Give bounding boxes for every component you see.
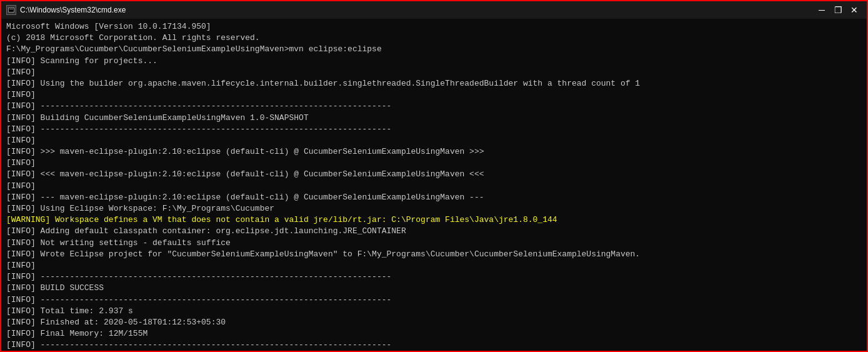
console-line: [INFO] Using Eclipse Workspace: F:\My_Pr…: [6, 203, 862, 214]
console-line: [INFO]: [6, 89, 862, 101]
console-line: [INFO] Adding default classpath containe…: [6, 226, 862, 237]
console-line: [INFO] ---------------------------------…: [6, 294, 862, 306]
console-line: [INFO] ---------------------------------…: [6, 124, 862, 135]
console-line: [INFO] <<< maven-eclipse-plugin:2.10:ecl…: [6, 169, 862, 180]
console-line: [INFO] --- maven-eclipse-plugin:2.10:ecl…: [6, 192, 862, 203]
console-line: [INFO] Building CucumberSeleniumExampleU…: [6, 113, 862, 124]
console-line: [INFO] ---------------------------------…: [6, 271, 862, 283]
console-line: [INFO] Scanning for projects...: [6, 56, 862, 67]
console-line: [INFO] Using the builder org.apache.mave…: [6, 78, 862, 89]
console-line: [INFO] Finished at: 2020-05-18T01:12:53+…: [6, 317, 862, 328]
console-line: [INFO]: [6, 181, 862, 192]
window-icon: [6, 5, 16, 15]
console-line: [INFO] ---------------------------------…: [6, 339, 862, 351]
restore-button[interactable]: ❐: [831, 4, 846, 16]
console-line: [INFO] BUILD SUCCESS: [6, 283, 862, 294]
console-line: [INFO] Total time: 2.937 s: [6, 306, 862, 317]
console-line: (c) 2018 Microsoft Corporation. All righ…: [6, 33, 862, 44]
minimize-button[interactable]: ─: [814, 4, 829, 16]
console-line: [INFO] >>> maven-eclipse-plugin:2.10:ecl…: [6, 146, 862, 158]
console-line: [INFO] Wrote Eclipse project for "Cucumb…: [6, 249, 862, 260]
window-title: C:\Windows\System32\cmd.exe: [20, 6, 814, 14]
console-line: [WARNING] Workspace defines a VM that do…: [6, 214, 862, 226]
title-bar: C:\Windows\System32\cmd.exe ─ ❐ ✕: [1, 1, 867, 19]
console-output[interactable]: Microsoft Windows [Version 10.0.17134.95…: [1, 19, 867, 351]
console-line: [INFO]: [6, 135, 862, 146]
console-line: [INFO] ---------------------------------…: [6, 101, 862, 112]
window-controls: ─ ❐ ✕: [814, 4, 862, 16]
console-line: [INFO] Final Memory: 12M/155M: [6, 328, 862, 339]
console-line: F:\My_Programs\Cucumber\CucumberSelenium…: [6, 44, 862, 55]
console-line: Microsoft Windows [Version 10.0.17134.95…: [6, 21, 862, 33]
close-button[interactable]: ✕: [847, 4, 862, 16]
console-line: [INFO]: [6, 158, 862, 169]
cmd-window: C:\Windows\System32\cmd.exe ─ ❐ ✕ Micros…: [0, 0, 868, 352]
console-line: [INFO] Not writing settings - defaults s…: [6, 238, 862, 249]
console-line: [INFO]: [6, 260, 862, 271]
console-line: [INFO]: [6, 67, 862, 78]
